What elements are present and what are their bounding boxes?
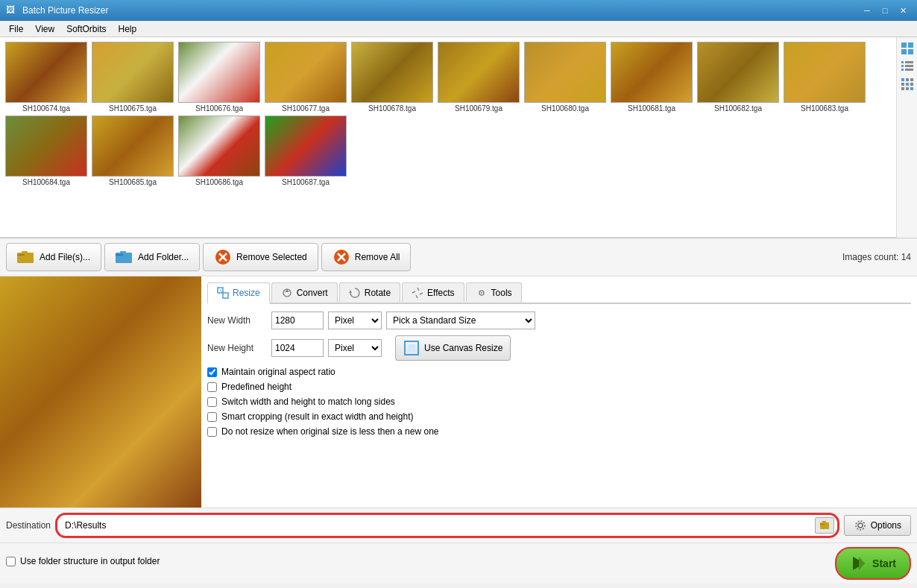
- svg-line-36: [417, 288, 419, 291]
- large-view-icon[interactable]: [899, 40, 916, 57]
- list-item[interactable]: SH100678.tga: [350, 42, 434, 113]
- tab-effects-label: Effects: [427, 288, 454, 298]
- menu-help[interactable]: Help: [113, 22, 143, 36]
- width-unit-select[interactable]: Pixel Percent: [328, 312, 382, 329]
- thumbnail-filename: SH100687.tga: [282, 178, 330, 186]
- svg-rect-6: [901, 65, 904, 67]
- maximize-button[interactable]: □: [877, 3, 893, 18]
- remove-selected-button[interactable]: Remove Selected: [203, 243, 318, 271]
- list-item[interactable]: SH100676.tga: [177, 42, 261, 113]
- action-toolbar: Add File(s)... Add Folder... Remove Sele…: [0, 238, 917, 276]
- add-files-button[interactable]: Add File(s)...: [6, 243, 101, 271]
- thumbnail-image: [5, 116, 87, 177]
- add-folder-icon: [116, 248, 133, 266]
- svg-rect-17: [906, 87, 909, 90]
- height-unit-select[interactable]: Pixel Percent: [328, 339, 382, 357]
- canvas-resize-button[interactable]: Use Canvas Resize: [395, 335, 511, 361]
- remove-all-button[interactable]: Remove All: [321, 243, 412, 271]
- add-files-label: Add File(s)...: [40, 252, 90, 262]
- effects-tab-icon: [412, 287, 423, 299]
- remove-all-label: Remove All: [355, 252, 400, 262]
- thumbnail-filename: SH100686.tga: [195, 178, 243, 186]
- list-item[interactable]: SH100675.tga: [91, 42, 174, 113]
- list-item[interactable]: SH100679.tga: [437, 42, 520, 113]
- menu-view[interactable]: View: [29, 22, 60, 36]
- thumbnail-filename: SH100677.tga: [282, 104, 330, 113]
- use-folder-checkbox[interactable]: [6, 557, 16, 566]
- width-row: New Width Pixel Percent Pick a Standard …: [207, 312, 911, 329]
- menu-file[interactable]: File: [3, 22, 29, 36]
- list-item[interactable]: SH100684.tga: [4, 116, 88, 186]
- resize-settings: New Width Pixel Percent Pick a Standard …: [207, 312, 911, 437]
- thumbnail-image: [697, 42, 779, 103]
- predefined-height-label: Predefined height: [221, 382, 292, 392]
- canvas-resize-label: Use Canvas Resize: [424, 343, 502, 353]
- tab-effects[interactable]: Effects: [402, 282, 464, 303]
- svg-rect-7: [905, 65, 913, 67]
- menubar: File View SoftOrbits Help: [0, 21, 917, 37]
- maintain-aspect-checkbox[interactable]: [207, 367, 217, 377]
- minimize-button[interactable]: ─: [859, 3, 875, 18]
- thumbnail-filename: SH100684.tga: [22, 178, 70, 186]
- window-title: Batch Picture Resizer: [22, 5, 859, 16]
- predefined-height-checkbox[interactable]: [207, 382, 217, 392]
- no-resize-checkbox[interactable]: [207, 427, 217, 437]
- width-input[interactable]: [271, 312, 324, 329]
- list-item[interactable]: SH100687.tga: [264, 116, 347, 186]
- switch-sides-checkbox[interactable]: [207, 397, 217, 407]
- list-item[interactable]: SH100685.tga: [91, 116, 174, 186]
- svg-rect-13: [901, 83, 904, 86]
- use-folder-label: Use folder structure in output folder: [20, 556, 160, 566]
- svg-marker-50: [859, 557, 865, 570]
- destination-browse-button[interactable]: [815, 517, 834, 534]
- destination-input[interactable]: [60, 516, 815, 535]
- thumbnail-image: [438, 42, 520, 103]
- list-view-icon[interactable]: [899, 58, 916, 75]
- tab-tools[interactable]: Tools: [466, 282, 522, 303]
- svg-rect-8: [901, 69, 904, 71]
- tab-convert[interactable]: Convert: [271, 282, 338, 303]
- options-gear-icon: [854, 519, 867, 532]
- list-item[interactable]: SH100677.tga: [264, 42, 347, 113]
- smart-crop-checkbox[interactable]: [207, 412, 217, 422]
- svg-rect-11: [906, 78, 909, 81]
- menu-softorbits[interactable]: SoftOrbits: [60, 22, 112, 36]
- start-arrow-icon: [850, 554, 868, 572]
- close-button[interactable]: ✕: [895, 3, 911, 18]
- standard-size-select[interactable]: Pick a Standard Size: [386, 312, 535, 329]
- tab-rotate[interactable]: Rotate: [339, 282, 400, 303]
- no-resize-label: Do not resize when original size is less…: [221, 426, 439, 437]
- height-input[interactable]: [271, 339, 324, 357]
- start-button[interactable]: Start: [835, 547, 911, 580]
- thumbnail-image: [265, 116, 347, 177]
- no-resize-row: Do not resize when original size is less…: [207, 426, 911, 437]
- grid-view-icon[interactable]: [899, 76, 916, 92]
- add-folder-button[interactable]: Add Folder...: [104, 243, 200, 271]
- list-item[interactable]: SH100680.tga: [523, 42, 607, 113]
- svg-rect-45: [820, 524, 825, 525]
- list-item[interactable]: SH100674.tga: [4, 42, 88, 113]
- options-button[interactable]: Options: [844, 515, 911, 536]
- svg-rect-10: [901, 78, 904, 81]
- svg-rect-43: [408, 344, 415, 352]
- tab-resize-label: Resize: [233, 288, 260, 298]
- thumbnail-filename: SH100676.tga: [195, 104, 243, 113]
- list-item[interactable]: SH100682.tga: [696, 42, 780, 113]
- tools-tab-icon: [476, 287, 488, 299]
- image-gallery: SH100674.tga SH100675.tga SH100676.tga S…: [0, 37, 896, 238]
- list-item[interactable]: SH100681.tga: [610, 42, 693, 113]
- svg-point-41: [481, 292, 482, 294]
- thumbnail-filename: SH100683.tga: [801, 104, 848, 113]
- maintain-aspect-row: Maintain original aspect ratio: [207, 367, 911, 377]
- tab-resize[interactable]: Resize: [207, 282, 270, 304]
- svg-rect-5: [905, 61, 913, 63]
- svg-rect-18: [910, 87, 913, 90]
- smart-crop-label: Smart cropping (result in exact width an…: [221, 411, 413, 422]
- svg-line-39: [420, 293, 423, 294]
- svg-point-48: [856, 521, 865, 530]
- list-item[interactable]: SH100683.tga: [783, 42, 866, 113]
- remove-selected-icon: [214, 248, 232, 266]
- destination-bar: Destination Options: [0, 508, 917, 543]
- list-item[interactable]: SH100686.tga: [177, 116, 261, 186]
- thumbnail-filename: SH100681.tga: [628, 104, 675, 113]
